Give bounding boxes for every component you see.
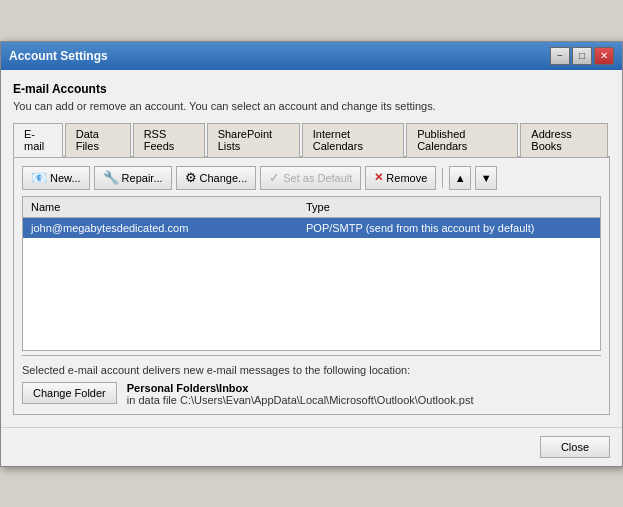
account-settings-window: Account Settings − □ ✕ E-mail Accounts Y… bbox=[0, 41, 623, 467]
account-list[interactable]: Name Type john@megabytesdedicated.com PO… bbox=[22, 196, 601, 351]
repair-icon: 🔧 bbox=[103, 170, 119, 185]
repair-button[interactable]: 🔧 Repair... bbox=[94, 166, 172, 190]
footer-row: Change Folder Personal Folders\Inbox in … bbox=[22, 382, 601, 406]
change-folder-button[interactable]: Change Folder bbox=[22, 382, 117, 404]
change-button[interactable]: ⚙ Change... bbox=[176, 166, 257, 190]
set-default-label: Set as Default bbox=[283, 172, 352, 184]
bottom-bar: Close bbox=[1, 427, 622, 466]
repair-label: Repair... bbox=[122, 172, 163, 184]
footer-section: Selected e-mail account delivers new e-m… bbox=[22, 355, 601, 406]
tab-bar: E-mail Data Files RSS Feeds SharePoint L… bbox=[13, 122, 610, 158]
account-name: john@megabytesdedicated.com bbox=[23, 220, 298, 236]
new-button[interactable]: 📧 New... bbox=[22, 166, 90, 190]
title-bar-controls: − □ ✕ bbox=[550, 47, 614, 65]
folder-path: in data file C:\Users\Evan\AppData\Local… bbox=[127, 394, 474, 406]
footer-description: Selected e-mail account delivers new e-m… bbox=[22, 364, 601, 376]
set-default-button[interactable]: ✓ Set as Default bbox=[260, 166, 361, 190]
tab-sharepoint-lists[interactable]: SharePoint Lists bbox=[207, 123, 300, 157]
tab-data-files[interactable]: Data Files bbox=[65, 123, 131, 157]
check-icon: ✓ bbox=[269, 170, 280, 185]
new-label: New... bbox=[50, 172, 81, 184]
tab-address-books[interactable]: Address Books bbox=[520, 123, 608, 157]
minimize-button[interactable]: − bbox=[550, 47, 570, 65]
close-button[interactable]: Close bbox=[540, 436, 610, 458]
maximize-button[interactable]: □ bbox=[572, 47, 592, 65]
toolbar-separator bbox=[442, 168, 443, 188]
remove-button[interactable]: ✕ Remove bbox=[365, 166, 436, 190]
folder-info: Personal Folders\Inbox in data file C:\U… bbox=[127, 382, 474, 406]
tab-email[interactable]: E-mail bbox=[13, 123, 63, 157]
section-description: You can add or remove an account. You ca… bbox=[13, 100, 610, 112]
tab-published-calendars[interactable]: Published Calendars bbox=[406, 123, 518, 157]
window-title: Account Settings bbox=[9, 49, 108, 63]
tab-internet-calendars[interactable]: Internet Calendars bbox=[302, 123, 404, 157]
change-icon: ⚙ bbox=[185, 170, 197, 185]
title-bar: Account Settings − □ ✕ bbox=[1, 42, 622, 70]
section-title: E-mail Accounts bbox=[13, 82, 610, 96]
remove-icon: ✕ bbox=[374, 171, 383, 184]
col-header-type: Type bbox=[298, 199, 600, 215]
window-content: E-mail Accounts You can add or remove an… bbox=[1, 70, 622, 427]
tab-rss-feeds[interactable]: RSS Feeds bbox=[133, 123, 205, 157]
col-header-name: Name bbox=[23, 199, 298, 215]
move-down-button[interactable]: ▼ bbox=[475, 166, 497, 190]
table-row[interactable]: john@megabytesdedicated.com POP/SMTP (se… bbox=[23, 218, 600, 238]
account-list-header: Name Type bbox=[23, 197, 600, 218]
tab-content-email: 📧 New... 🔧 Repair... ⚙ Change... ✓ Set a… bbox=[13, 158, 610, 415]
account-type: POP/SMTP (send from this account by defa… bbox=[298, 220, 600, 236]
change-label: Change... bbox=[200, 172, 248, 184]
accounts-toolbar: 📧 New... 🔧 Repair... ⚙ Change... ✓ Set a… bbox=[22, 166, 601, 190]
move-up-button[interactable]: ▲ bbox=[449, 166, 471, 190]
window-close-button[interactable]: ✕ bbox=[594, 47, 614, 65]
folder-name: Personal Folders\Inbox bbox=[127, 382, 474, 394]
new-icon: 📧 bbox=[31, 170, 47, 185]
remove-label: Remove bbox=[386, 172, 427, 184]
